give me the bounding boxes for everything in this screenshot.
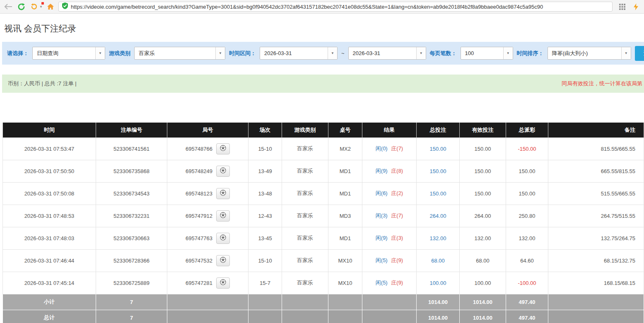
bet-id-cell: 523306732231 bbox=[96, 205, 167, 227]
table-no-cell: MD1 bbox=[328, 227, 362, 249]
soccer-ball-icon bbox=[220, 234, 226, 242]
page-size-select[interactable]: 100 ▼ bbox=[461, 47, 513, 60]
total-bet-cell[interactable]: 150.00 bbox=[417, 160, 460, 182]
extensions-grid-icon[interactable] bbox=[617, 2, 627, 12]
session-cell: 13-49 bbox=[248, 160, 282, 182]
home-icon[interactable] bbox=[46, 2, 55, 12]
result-cell: 闲(9) 庄(3) bbox=[362, 227, 417, 249]
game-type-select[interactable]: 百家乐 ▼ bbox=[134, 47, 225, 60]
round-cell: 695747532 bbox=[167, 249, 248, 272]
valid-bet-cell: 150.00 bbox=[460, 182, 506, 205]
round-number: 695747763 bbox=[186, 235, 212, 241]
lightning-bolt-icon[interactable] bbox=[631, 2, 641, 12]
undo-icon[interactable] bbox=[29, 2, 39, 12]
player-result: 闲(5) bbox=[376, 280, 388, 286]
bet-id-cell: 523306734543 bbox=[96, 182, 167, 205]
payout-cell: 132.00 bbox=[506, 227, 548, 249]
col-table-no: 桌号 bbox=[328, 123, 362, 137]
table-no-cell: MD3 bbox=[328, 205, 362, 227]
date-mode-select[interactable]: 日期查询 ▼ bbox=[32, 47, 105, 60]
time-cell: 2026-03-31 07:48:53 bbox=[3, 205, 96, 227]
round-detail-button[interactable] bbox=[216, 166, 230, 177]
col-round: 局号 bbox=[167, 123, 248, 137]
round-detail-button[interactable] bbox=[216, 255, 230, 266]
url-text[interactable]: https://videoie.com/game/betrecord_searc… bbox=[71, 4, 543, 10]
round-detail-button[interactable] bbox=[216, 277, 230, 289]
note-cell: 815.55/665.55 bbox=[548, 137, 644, 160]
page-size-label: 每页笔数： bbox=[430, 50, 457, 57]
date-to-select[interactable]: 2026-03-31 ▼ bbox=[348, 47, 426, 60]
game-type-cell: 百家乐 bbox=[282, 272, 328, 294]
payout-cell: -100.00 bbox=[506, 272, 548, 294]
table-no-cell: MD1 bbox=[328, 182, 362, 205]
total-valid-bet: 1014.00 bbox=[460, 310, 506, 323]
table-row: 2026-03-31 07:50:08 523306734543 6957481… bbox=[3, 182, 644, 205]
time-cell: 2026-03-31 07:50:08 bbox=[3, 182, 96, 205]
bet-id-cell: 523306741561 bbox=[96, 137, 167, 160]
total-count: 7 bbox=[96, 310, 167, 323]
search-button[interactable]: 查询 bbox=[635, 46, 644, 61]
total-bet-cell[interactable]: 264.00 bbox=[417, 205, 460, 227]
chevron-down-icon[interactable]: ▼ bbox=[215, 47, 225, 59]
time-cell: 2026-03-31 07:53:47 bbox=[3, 137, 96, 160]
round-detail-button[interactable] bbox=[216, 210, 230, 222]
date-mode-value: 日期查询 bbox=[33, 47, 95, 59]
valid-bet-cell: 132.00 bbox=[460, 227, 506, 249]
chevron-down-icon[interactable]: ▼ bbox=[95, 47, 105, 59]
payout-cell: 64.60 bbox=[506, 249, 548, 272]
result-cell: 闲(6) 庄(2) bbox=[362, 182, 417, 205]
game-type-cell: 百家乐 bbox=[282, 182, 328, 205]
col-valid-bet: 有效投注 bbox=[460, 123, 506, 137]
same-round-notice: 同局有效投注，统一计算在该局第 bbox=[562, 80, 642, 87]
undo-dropdown[interactable]: ▼ bbox=[29, 2, 43, 12]
payout-cell: 250.80 bbox=[506, 205, 548, 227]
banker-result: 庄(7) bbox=[391, 145, 403, 152]
round-cell: 695747763 bbox=[167, 227, 248, 249]
subtotal-payout: 497.40 bbox=[506, 294, 548, 310]
bet-id-cell: 523306728366 bbox=[96, 249, 167, 272]
back-icon[interactable] bbox=[3, 2, 13, 12]
game-type-label: 游戏类别 bbox=[109, 50, 130, 57]
note-cell: 132.75/264.75 bbox=[548, 227, 644, 249]
chevron-down-icon[interactable]: ▼ bbox=[328, 47, 337, 59]
chevron-down-icon[interactable]: ▼ bbox=[621, 47, 631, 59]
table-row: 2026-03-31 07:48:03 523306730663 6957477… bbox=[3, 227, 644, 249]
sort-order-select[interactable]: 降幂(由大到小) ▼ bbox=[548, 47, 631, 60]
address-bar[interactable]: https://videoie.com/game/betrecord_searc… bbox=[58, 2, 613, 12]
table-no-cell: MX2 bbox=[328, 137, 362, 160]
browser-chrome: ▼ https://videoie.com/game/betrecord_sea… bbox=[0, 0, 644, 14]
chevron-down-icon[interactable]: ▼ bbox=[39, 5, 43, 9]
round-number: 695748123 bbox=[186, 190, 212, 197]
total-bet-cell[interactable]: 150.00 bbox=[417, 182, 460, 205]
total-bet-cell[interactable]: 132.00 bbox=[417, 227, 460, 249]
refresh-icon[interactable] bbox=[16, 2, 26, 12]
page-title: 视讯 会员下注纪录 bbox=[4, 23, 644, 34]
col-session: 场次 bbox=[248, 123, 282, 137]
total-label: 总计 bbox=[3, 310, 96, 323]
round-cell: 695748766 bbox=[167, 137, 248, 160]
round-detail-button[interactable] bbox=[216, 188, 230, 199]
valid-bet-cell: 150.00 bbox=[460, 137, 506, 160]
security-shield-icon[interactable] bbox=[62, 2, 68, 11]
subtotal-valid-bet: 1014.00 bbox=[460, 294, 506, 310]
date-from-value: 2026-03-31 bbox=[260, 47, 328, 59]
banker-result: 庄(2) bbox=[391, 190, 403, 196]
total-bet-cell[interactable]: 100.00 bbox=[417, 272, 460, 294]
col-time: 时间 bbox=[3, 123, 96, 137]
payout-cell: -150.00 bbox=[506, 137, 548, 160]
subtotal-count: 7 bbox=[96, 294, 167, 310]
round-detail-button[interactable] bbox=[216, 233, 230, 244]
round-number: 695747532 bbox=[186, 258, 212, 264]
total-bet-cell[interactable]: 150.00 bbox=[417, 137, 460, 160]
date-from-select[interactable]: 2026-03-31 ▼ bbox=[260, 47, 338, 60]
round-cell: 695747281 bbox=[167, 272, 248, 294]
bet-id-cell: 523306730663 bbox=[96, 227, 167, 249]
total-bet-cell[interactable]: 68.00 bbox=[417, 249, 460, 272]
note-cell: 168.15/68.15 bbox=[548, 272, 644, 294]
chevron-down-icon[interactable]: ▼ bbox=[503, 47, 513, 59]
time-range-label: 时间区间： bbox=[229, 50, 256, 57]
chevron-down-icon[interactable]: ▼ bbox=[416, 47, 426, 59]
table-row: 2026-03-31 07:48:53 523306732231 6957479… bbox=[3, 205, 644, 227]
round-detail-button[interactable] bbox=[216, 143, 230, 154]
payout-cell: 150.00 bbox=[506, 160, 548, 182]
